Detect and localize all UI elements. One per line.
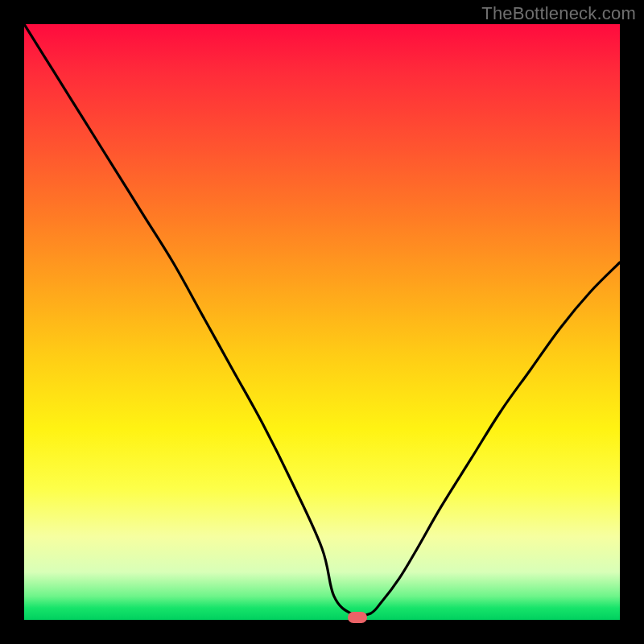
bottleneck-curve-path — [24, 24, 620, 616]
watermark-text: TheBottleneck.com — [481, 3, 636, 24]
optimal-point-marker — [348, 612, 367, 623]
chart-frame: TheBottleneck.com — [0, 0, 644, 644]
curve-svg — [24, 24, 620, 620]
gradient-plot-area — [24, 24, 620, 620]
